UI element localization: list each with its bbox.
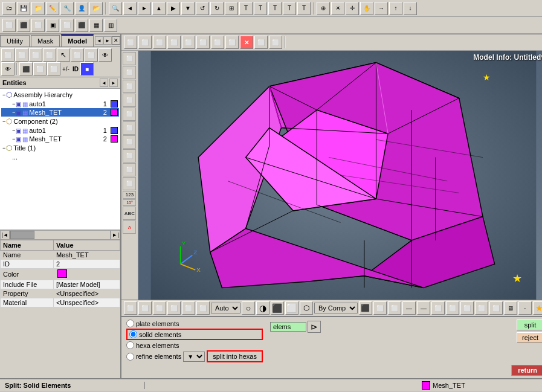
tree-assembly-root[interactable]: − ⬡ Assembly Hierarchy bbox=[1, 90, 119, 100]
vp-view-2[interactable]: ⬜ bbox=[388, 301, 401, 315]
radio-solid[interactable]: solid elements bbox=[126, 329, 263, 340]
tree-scrollbar-thumb[interactable] bbox=[10, 231, 34, 239]
panel-btn-9[interactable]: ⬛ bbox=[19, 62, 33, 76]
prop-value-name[interactable]: Mesh_TET bbox=[53, 251, 120, 260]
mesh-tet-expand-1[interactable]: − bbox=[12, 109, 15, 115]
radio-hexa-input[interactable] bbox=[126, 341, 134, 349]
vp-btn-5[interactable]: ⬜ bbox=[182, 36, 195, 49]
tree-scroll-end[interactable]: ►| bbox=[111, 230, 120, 240]
mesh-tet-expand-2[interactable]: − bbox=[12, 136, 15, 142]
view-icon-10[interactable]: ⬜ bbox=[123, 177, 136, 190]
radio-solid-input[interactable] bbox=[129, 330, 137, 338]
toolbar-btn-b5[interactable]: ⬜ bbox=[60, 19, 74, 32]
vp-mode-3[interactable]: ⬜ bbox=[153, 301, 166, 315]
radio-refine-input[interactable] bbox=[126, 353, 134, 361]
tree-more[interactable]: ... bbox=[1, 153, 119, 161]
vp-view-6[interactable]: ⬜ bbox=[446, 301, 459, 315]
assembly-expand-icon[interactable]: − bbox=[2, 92, 5, 98]
vp-shape-4[interactable]: ⬜ bbox=[285, 301, 298, 315]
vp-shape-3[interactable]: ⬛ bbox=[271, 301, 284, 315]
tree-scroll-right[interactable]: ► bbox=[109, 79, 118, 87]
vp-view-dot[interactable]: · bbox=[518, 301, 532, 315]
toolbar-btn-rot2[interactable]: ↻ bbox=[210, 2, 224, 15]
radio-plate-input[interactable] bbox=[126, 320, 134, 327]
vp-view-4[interactable]: — bbox=[417, 301, 430, 315]
vp-btn-9[interactable]: ⬜ bbox=[254, 36, 268, 49]
color-swatch[interactable] bbox=[57, 269, 67, 278]
vp-cube-icon[interactable]: ⬛ bbox=[359, 301, 372, 315]
panel-btn-2[interactable]: ⬜ bbox=[15, 48, 28, 62]
vp-mode-5[interactable]: ⬜ bbox=[182, 301, 195, 315]
panel-btn-1[interactable]: ⬜ bbox=[1, 48, 15, 62]
split-into-hexas-button[interactable]: split into hexas bbox=[207, 350, 263, 362]
toolbar-btn-6[interactable]: 👤 bbox=[75, 2, 88, 15]
title-expand[interactable]: − bbox=[2, 145, 5, 151]
prop-value-material[interactable]: <Unspecified> bbox=[53, 298, 120, 307]
tree-scroll-start[interactable]: |◄ bbox=[0, 230, 10, 240]
panel-btn-5[interactable]: ⬜ bbox=[71, 48, 84, 62]
panel-nav-left[interactable]: ◄ bbox=[95, 36, 103, 45]
toolbar-btn-t3[interactable]: T bbox=[268, 2, 282, 15]
prop-value-property[interactable]: <Unspecified> bbox=[53, 289, 120, 298]
elems-input[interactable]: elems bbox=[270, 322, 306, 332]
vp-btn-8[interactable]: ⬜ bbox=[225, 36, 239, 49]
tab-mask[interactable]: Mask bbox=[31, 35, 60, 47]
vp-view-screen[interactable]: 🖥 bbox=[504, 301, 517, 315]
tree-mesh-tet-2[interactable]: − ▣ ▦ Mesh_TET 2 bbox=[1, 135, 119, 143]
toolbar-btn-b6[interactable]: ⬛ bbox=[75, 19, 88, 32]
toolbar-btn-hand[interactable]: ✋ bbox=[360, 2, 373, 15]
tree-mesh-tet-1[interactable]: − ▣ ▦ Mesh_TET 2 bbox=[1, 108, 119, 117]
toolbar-btn-5[interactable]: 🔧 bbox=[60, 2, 74, 15]
view-icon-2[interactable]: ⬜ bbox=[123, 66, 136, 79]
vp-view-7[interactable]: ⬜ bbox=[460, 301, 474, 315]
tree-scrollbar-track[interactable] bbox=[10, 230, 111, 240]
view-icon-6[interactable]: ⬜ bbox=[123, 121, 136, 135]
toolbar-btn-b4[interactable]: ▣ bbox=[46, 19, 59, 32]
toolbar-btn-arr2[interactable]: ↑ bbox=[389, 2, 402, 15]
vp-view-star[interactable]: ★ bbox=[533, 301, 542, 315]
view-icon-7[interactable]: ⬜ bbox=[123, 135, 136, 149]
panel-btn-7[interactable]: 👁 bbox=[98, 48, 112, 62]
vp-view-5[interactable]: ⬜ bbox=[431, 301, 445, 315]
panel-btn-3[interactable]: ⬜ bbox=[29, 48, 42, 62]
vp-view-9[interactable]: ⬜ bbox=[489, 301, 503, 315]
vp-btn-10[interactable]: ⬜ bbox=[269, 36, 282, 49]
vp-btn-3[interactable]: ⬜ bbox=[153, 36, 166, 49]
panel-btn-6[interactable]: ⬜ bbox=[85, 48, 98, 62]
return-button[interactable]: return bbox=[511, 365, 542, 376]
panel-btn-8[interactable]: 👁 bbox=[1, 62, 15, 76]
vp-mode-1[interactable]: ⬜ bbox=[124, 301, 137, 315]
radio-plate[interactable]: plate elements bbox=[126, 320, 263, 327]
view-icon-3[interactable]: ⬜ bbox=[123, 80, 136, 93]
panel-close-btn[interactable]: ✕ bbox=[112, 36, 120, 45]
vp-mode-2[interactable]: ⬜ bbox=[138, 301, 152, 315]
view-icon-8[interactable]: ⬜ bbox=[123, 149, 136, 162]
toolbar-btn-sun[interactable]: ☀ bbox=[331, 2, 344, 15]
toolbar-btn-b3[interactable]: ⬜ bbox=[31, 19, 45, 32]
toolbar-btn-cross[interactable]: ✛ bbox=[346, 2, 359, 15]
vp-btn-7[interactable]: ⬜ bbox=[211, 36, 224, 49]
vp-mode-6[interactable]: ⬜ bbox=[196, 301, 210, 315]
vp-btn-delete[interactable]: ✕ bbox=[240, 36, 253, 49]
toolbar-btn-t2[interactable]: T bbox=[254, 2, 267, 15]
view-icon-5[interactable]: ⬜ bbox=[123, 108, 136, 121]
panel-btn-10[interactable]: ⬜ bbox=[33, 62, 47, 76]
tree-auto1-1[interactable]: − ▣ ▦ auto1 1 bbox=[1, 100, 119, 108]
radio-refine[interactable]: refine elements bbox=[126, 353, 181, 361]
toolbar-btn-2[interactable]: 💾 bbox=[17, 2, 30, 15]
auto-dropdown[interactable]: Auto bbox=[211, 303, 240, 313]
vp-btn-6[interactable]: ⬜ bbox=[196, 36, 210, 49]
component-expand[interactable]: − bbox=[2, 118, 5, 124]
toolbar-btn-b1[interactable]: ⬜ bbox=[2, 19, 16, 32]
panel-nav-right[interactable]: ► bbox=[103, 36, 112, 45]
toolbar-btn-b7[interactable]: ▦ bbox=[89, 19, 103, 32]
vp-shape-2[interactable]: ◑ bbox=[256, 301, 269, 315]
toolbar-btn-zoom[interactable]: 🔍 bbox=[109, 2, 122, 15]
toolbar-btn-down[interactable]: ▼ bbox=[181, 2, 195, 15]
tree-component-2[interactable]: − ⬡ Component (2) bbox=[1, 117, 119, 126]
toolbar-btn-arr3[interactable]: ↓ bbox=[404, 2, 417, 15]
view-icon-abc2[interactable]: A bbox=[123, 220, 136, 234]
toolbar-btn-arr1[interactable]: → bbox=[375, 2, 388, 15]
vp-shape-1[interactable]: ○ bbox=[242, 301, 255, 315]
prop-value-color[interactable] bbox=[53, 269, 120, 280]
